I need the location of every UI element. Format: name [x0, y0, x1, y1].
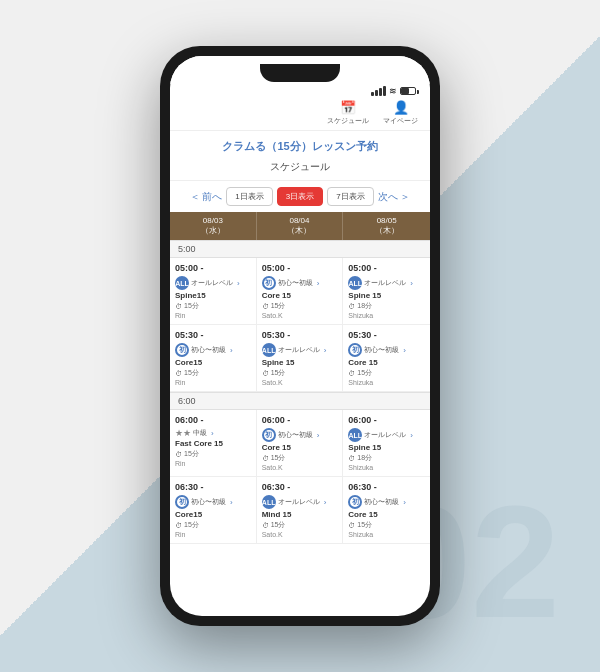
phone-device: ≋ 📅 スケジュール 👤 マイページ クラムる（15分）レッスン予約 スケジュー…: [160, 46, 440, 626]
all-level-badge: ALL: [348, 276, 362, 290]
level-label: 初心〜初級: [278, 430, 313, 440]
badge-row: ★★ 中級 ›: [175, 428, 251, 438]
star-badge: ★★: [175, 428, 191, 438]
schedule-row-0500: 05:00 - ALL オールレベル › Spine15 ⏱ 15分 Rin 0…: [170, 258, 430, 325]
class-name: Mind 15: [262, 510, 338, 519]
badge-row: 初 初心〜初級 ›: [175, 343, 251, 357]
cell-0600-col3[interactable]: 06:00 - ALL オールレベル › Spine 15 ⏱ 18分 Shiz…: [343, 410, 430, 476]
badge-row: 初 初心〜初級 ›: [175, 495, 251, 509]
time-0600: 06:00 -: [175, 415, 251, 425]
instructor: Sato.K: [262, 464, 338, 471]
badge-row: 初 初心〜初級 ›: [262, 276, 338, 290]
level-label: 初心〜初級: [191, 345, 226, 355]
battery-icon: [400, 87, 416, 95]
view-7day-button[interactable]: 7日表示: [327, 187, 373, 206]
clock-icon: ⏱: [175, 451, 182, 458]
level-label: 初心〜初級: [191, 497, 226, 507]
time-label: 05:00 -: [262, 263, 338, 273]
view-3day-button[interactable]: 3日表示: [277, 187, 323, 206]
date-header: 08/03 （水） 08/04 （木） 08/05 （木）: [170, 212, 430, 240]
view-1day-button[interactable]: 1日表示: [226, 187, 272, 206]
level-label: オールレベル: [364, 430, 406, 440]
cell-0530-col1[interactable]: 05:30 - 初 初心〜初級 › Core15 ⏱ 15分 Rin: [170, 325, 257, 391]
instructor: Rin: [175, 531, 251, 538]
date-col-1: 08/03 （水）: [170, 212, 257, 240]
top-navigation: 📅 スケジュール 👤 マイページ: [170, 98, 430, 131]
clock-icon: ⏱: [175, 303, 182, 310]
screen-content: クラムる（15分）レッスン予約 スケジュール ＜ 前へ 1日表示 3日表示 7日…: [170, 131, 430, 616]
badge-row: ALL オールレベル ›: [348, 428, 425, 442]
instructor: Sato.K: [262, 312, 338, 319]
duration-text: 18分: [357, 301, 372, 311]
instructor: Shizuka: [348, 464, 425, 471]
badge-row: ALL オールレベル ›: [262, 343, 338, 357]
class-name: Core 15: [262, 443, 338, 452]
wifi-icon: ≋: [389, 86, 397, 96]
date-3: 08/05: [345, 216, 428, 225]
level-label: オールレベル: [364, 278, 406, 288]
duration-text: 15分: [271, 368, 286, 378]
instructor: Shizuka: [348, 531, 425, 538]
instructor: Sato.K: [262, 379, 338, 386]
arrow-icon: ›: [317, 431, 320, 440]
cell-0500-col1[interactable]: 05:00 - ALL オールレベル › Spine15 ⏱ 15分 Rin: [170, 258, 257, 324]
arrow-icon: ›: [403, 498, 406, 507]
clock-icon: ⏱: [262, 370, 269, 377]
time-label: 06:00 -: [348, 415, 425, 425]
clock-icon: ⏱: [348, 455, 355, 462]
duration-text: 15分: [357, 520, 372, 530]
arrow-icon: ›: [410, 431, 413, 440]
class-duration: ⏱ 15分: [262, 453, 338, 463]
day-3: （木）: [345, 225, 428, 236]
class-duration: ⏱ 15分: [175, 368, 251, 378]
class-duration: ⏱ 15分: [348, 368, 425, 378]
day-2: （木）: [259, 225, 341, 236]
time-section-500: 5:00: [170, 240, 430, 258]
cell-0600-col1[interactable]: 06:00 - ★★ 中級 › Fast Core 15 ⏱ 15分 Rin: [170, 410, 257, 476]
nav-schedule[interactable]: 📅 スケジュール: [327, 100, 369, 126]
class-duration: ⏱ 15分: [262, 368, 338, 378]
cell-0500-col3[interactable]: 05:00 - ALL オールレベル › Spine 15 ⏱ 18分 Shiz…: [343, 258, 430, 324]
level-label: オールレベル: [278, 497, 320, 507]
class-name: Core 15: [262, 291, 338, 300]
instructor: Sato.K: [262, 531, 338, 538]
next-button[interactable]: 次へ ＞: [378, 190, 411, 204]
cell-0500-col2[interactable]: 05:00 - 初 初心〜初級 › Core 15 ⏱ 15分 Sato.K: [257, 258, 344, 324]
duration-text: 15分: [271, 453, 286, 463]
cell-0630-col3[interactable]: 06:30 - 初 初心〜初級 › Core 15 ⏱ 15分 Shizuka: [343, 477, 430, 543]
cell-0530-col3[interactable]: 05:30 - 初 初心〜初級 › Core 15 ⏱ 15分 Shizuka: [343, 325, 430, 391]
arrow-icon: ›: [230, 346, 233, 355]
date-col-2: 08/04 （木）: [257, 212, 344, 240]
class-name: Core15: [175, 358, 251, 367]
class-duration: ⏱ 18分: [348, 301, 425, 311]
duration-text: 15分: [184, 449, 199, 459]
cell-0630-col2[interactable]: 06:30 - ALL オールレベル › Mind 15 ⏱ 15分 Sato.…: [257, 477, 344, 543]
class-duration: ⏱ 15分: [262, 301, 338, 311]
view-controls: ＜ 前へ 1日表示 3日表示 7日表示 次へ ＞: [170, 181, 430, 212]
duration-text: 15分: [271, 520, 286, 530]
class-name: Fast Core 15: [175, 439, 251, 448]
time-0500: 05:00 -: [175, 263, 251, 273]
clock-icon: ⏱: [262, 455, 269, 462]
level-label: オールレベル: [278, 345, 320, 355]
beginner-badge: 初: [262, 276, 276, 290]
section-label: スケジュール: [170, 158, 430, 181]
cell-0600-col2[interactable]: 06:00 - 初 初心〜初級 › Core 15 ⏱ 15分 Sato.K: [257, 410, 344, 476]
arrow-icon: ›: [324, 346, 327, 355]
cell-0530-col2[interactable]: 05:30 - ALL オールレベル › Spine 15 ⏱ 15分 Sato…: [257, 325, 344, 391]
clock-icon: ⏱: [348, 522, 355, 529]
clock-icon: ⏱: [262, 303, 269, 310]
schedule-row-0600: 06:00 - ★★ 中級 › Fast Core 15 ⏱ 15分 Rin 0…: [170, 410, 430, 477]
prev-button[interactable]: ＜ 前へ: [190, 190, 223, 204]
arrow-icon: ›: [317, 279, 320, 288]
phone-screen: ≋ 📅 スケジュール 👤 マイページ クラムる（15分）レッスン予約 スケジュー…: [170, 56, 430, 616]
instructor: Shizuka: [348, 379, 425, 386]
instructor: Rin: [175, 312, 251, 319]
clock-icon: ⏱: [262, 522, 269, 529]
cell-0630-col1[interactable]: 06:30 - 初 初心〜初級 › Core15 ⏱ 15分 Rin: [170, 477, 257, 543]
class-name: Spine 15: [262, 358, 338, 367]
duration-text: 15分: [184, 368, 199, 378]
nav-mypage[interactable]: 👤 マイページ: [383, 100, 418, 126]
all-level-badge: ALL: [348, 428, 362, 442]
class-duration: ⏱ 18分: [348, 453, 425, 463]
